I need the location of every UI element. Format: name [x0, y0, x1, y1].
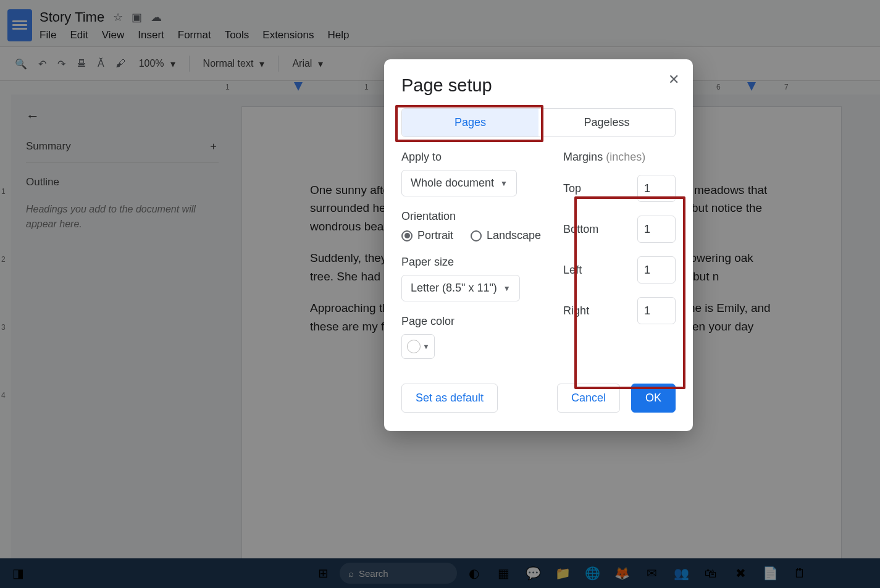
- radio-unchecked-icon: [471, 230, 482, 242]
- summary-heading: Summary: [26, 140, 71, 153]
- paper-size-select[interactable]: Letter (8.5" x 11")▼: [401, 275, 520, 301]
- document-title[interactable]: Story Time: [40, 9, 104, 25]
- search-icon[interactable]: 🔍: [15, 58, 27, 70]
- edge-icon[interactable]: 🌐: [579, 562, 605, 584]
- copilot-icon[interactable]: ◐: [461, 562, 487, 584]
- menu-format[interactable]: Format: [178, 29, 211, 41]
- redo-icon[interactable]: ↷: [57, 58, 65, 70]
- menu-bar: File Edit View Insert Format Tools Exten…: [40, 29, 349, 41]
- chevron-down-icon: ▼: [423, 343, 430, 350]
- radio-checked-icon: [401, 230, 413, 242]
- menu-tools[interactable]: Tools: [225, 29, 249, 41]
- margin-right-label: Right: [563, 304, 589, 317]
- dialog-tabs: Pages Pageless: [401, 108, 676, 137]
- star-icon[interactable]: ☆: [113, 10, 123, 24]
- radio-label: Landscape: [487, 229, 541, 242]
- apply-to-label: Apply to: [401, 151, 541, 164]
- search-icon: ⌕: [348, 568, 354, 579]
- chevron-down-icon: ▼: [500, 179, 508, 188]
- menu-extensions[interactable]: Extensions: [262, 29, 314, 41]
- move-icon[interactable]: ▣: [132, 10, 142, 24]
- windows-taskbar: ◨ ⊞ ⌕Search ◐ ▦ 💬 📁 🌐 🦊 ✉ 👥 🛍 ✖ 📄 🗒: [0, 558, 880, 588]
- cloud-icon[interactable]: ☁: [151, 10, 162, 24]
- ruler-tick: 1: [225, 83, 230, 91]
- undo-icon[interactable]: ↶: [38, 58, 46, 70]
- vruler-tick: 2: [1, 255, 6, 264]
- collapse-sidebar-icon[interactable]: ←: [26, 108, 219, 124]
- margin-bottom-input[interactable]: [637, 216, 676, 243]
- sticky-notes-icon[interactable]: 🗒: [787, 562, 813, 584]
- ruler-tick: 7: [784, 83, 789, 91]
- apply-to-value: Whole document: [411, 177, 494, 190]
- add-summary-icon[interactable]: ＋: [208, 139, 219, 153]
- indent-marker-icon[interactable]: [294, 82, 303, 91]
- tab-pageless[interactable]: Pageless: [538, 109, 675, 136]
- task-view-icon[interactable]: ▦: [490, 562, 516, 584]
- outlook-icon[interactable]: ✉: [639, 562, 664, 584]
- menu-insert[interactable]: Insert: [138, 29, 164, 41]
- outline-heading: Outline: [26, 176, 219, 188]
- close-icon[interactable]: ✕: [668, 72, 679, 88]
- margin-top-input[interactable]: [637, 175, 676, 202]
- margin-bottom-label: Bottom: [563, 223, 598, 236]
- vruler-tick: 1: [1, 187, 6, 196]
- vertical-ruler[interactable]: 1 2 3 4: [0, 94, 11, 558]
- orientation-portrait-radio[interactable]: Portrait: [401, 229, 453, 242]
- ruler-tick: 1: [364, 83, 369, 91]
- margin-top-label: Top: [563, 182, 581, 195]
- chevron-down-icon: ▼: [503, 284, 511, 293]
- orientation-landscape-radio[interactable]: Landscape: [471, 229, 541, 242]
- font-select[interactable]: Arial▾: [290, 58, 325, 70]
- tab-pages[interactable]: Pages: [402, 109, 538, 136]
- paint-format-icon[interactable]: 🖌: [115, 58, 125, 69]
- search-placeholder: Search: [359, 568, 388, 579]
- page-color-label: Page color: [401, 315, 541, 328]
- notepad-icon[interactable]: 📄: [757, 562, 783, 584]
- ruler-tick: 6: [716, 83, 721, 91]
- page-setup-dialog: Page setup ✕ Pages Pageless Apply to Who…: [384, 59, 693, 431]
- radio-label: Portrait: [417, 229, 453, 242]
- vruler-tick: 4: [1, 391, 6, 400]
- start-icon[interactable]: ⊞: [310, 562, 336, 584]
- indent-marker-icon[interactable]: [747, 82, 756, 91]
- paper-size-value: Letter (8.5" x 11"): [411, 282, 497, 295]
- set-as-default-button[interactable]: Set as default: [401, 384, 498, 413]
- ok-button[interactable]: OK: [631, 384, 676, 413]
- chat-icon[interactable]: 💬: [520, 562, 546, 584]
- dialog-title: Page setup: [401, 75, 676, 96]
- spellcheck-icon[interactable]: Ă: [98, 58, 104, 69]
- print-icon[interactable]: 🖶: [77, 58, 86, 69]
- xbox-icon[interactable]: ✖: [727, 562, 753, 584]
- margin-left-input[interactable]: [637, 256, 676, 284]
- taskbar-search[interactable]: ⌕Search: [340, 563, 457, 584]
- docs-logo-icon[interactable]: [7, 9, 32, 41]
- store-icon[interactable]: 🛍: [698, 562, 724, 584]
- color-swatch-icon: [407, 340, 421, 353]
- file-explorer-icon[interactable]: 📁: [550, 562, 576, 584]
- menu-help[interactable]: Help: [327, 29, 349, 41]
- vruler-tick: 3: [1, 323, 6, 332]
- menu-edit[interactable]: Edit: [70, 29, 88, 41]
- outline-sidebar: ← Summary ＋ Outline Headings you add to …: [11, 94, 233, 558]
- apply-to-select[interactable]: Whole document▼: [401, 170, 517, 196]
- teams-icon[interactable]: 👥: [668, 562, 694, 584]
- page-color-select[interactable]: ▼: [401, 334, 435, 359]
- widgets-icon[interactable]: ◨: [5, 562, 31, 584]
- margin-left-label: Left: [563, 264, 582, 277]
- zoom-select[interactable]: 100%▾: [136, 58, 178, 70]
- style-select[interactable]: Normal text▾: [201, 58, 267, 70]
- paper-size-label: Paper size: [401, 256, 541, 269]
- menu-view[interactable]: View: [102, 29, 125, 41]
- menu-file[interactable]: File: [40, 29, 56, 41]
- margin-right-input[interactable]: [637, 297, 676, 324]
- cancel-button[interactable]: Cancel: [557, 384, 620, 413]
- docs-header: Story Time ☆ ▣ ☁ File Edit View Insert F…: [0, 0, 880, 46]
- firefox-icon[interactable]: 🦊: [609, 562, 635, 584]
- outline-hint: Headings you add to the document will ap…: [26, 202, 219, 232]
- margins-label: Margins (inches): [563, 151, 676, 164]
- orientation-label: Orientation: [401, 210, 541, 223]
